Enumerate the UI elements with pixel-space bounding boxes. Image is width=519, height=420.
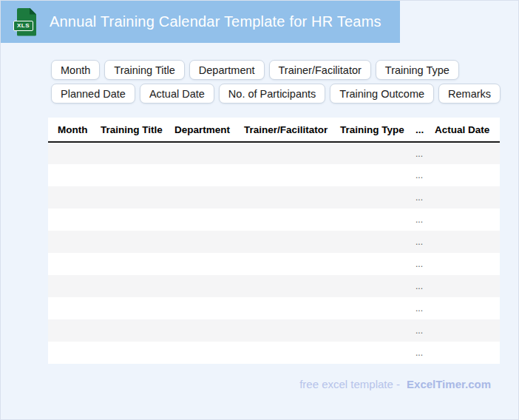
column-header-training-type: Training Type <box>330 118 406 142</box>
column-header-month: Month <box>48 118 91 142</box>
table-cell <box>234 275 330 297</box>
table-cell <box>425 231 500 253</box>
table-cell <box>425 275 500 297</box>
table-cell <box>330 164 406 186</box>
chip-row-1: Month Training Title Department Trainer/… <box>51 60 501 80</box>
table-cell: ... <box>406 209 425 231</box>
table-row: ... <box>48 253 500 275</box>
table-cell <box>234 186 330 209</box>
chip-training-type[interactable]: Training Type <box>376 60 459 80</box>
header-banner: XLS Annual Training Calendar Template fo… <box>1 1 400 43</box>
table-cell <box>234 253 330 275</box>
table-cell <box>48 209 91 231</box>
table-row: ... <box>48 186 500 209</box>
table-row: ... <box>48 142 500 164</box>
column-header-trainer-facilitator: Trainer/Facilitator <box>234 118 330 142</box>
table-cell <box>330 275 406 297</box>
table-cell <box>165 186 234 209</box>
chip-planned-date[interactable]: Planned Date <box>51 84 135 104</box>
table-cell <box>91 231 165 253</box>
preview-table: Month Training Title Department Trainer/… <box>48 118 500 364</box>
table-cell <box>425 342 500 364</box>
chip-training-outcome[interactable]: Training Outcome <box>330 84 434 104</box>
table-row: ... <box>48 275 500 297</box>
table-cell <box>91 142 165 164</box>
table-cell <box>330 319 406 342</box>
table-cell: ... <box>406 297 425 319</box>
table-cell <box>48 164 91 186</box>
table-body: .............................. <box>48 142 500 364</box>
table-cell <box>330 297 406 319</box>
table-row: ... <box>48 231 500 253</box>
table-cell <box>165 253 234 275</box>
xls-file-icon: XLS <box>13 7 37 37</box>
table-cell <box>91 164 165 186</box>
table-row: ... <box>48 209 500 231</box>
table-cell <box>330 186 406 209</box>
table-cell <box>425 319 500 342</box>
table-cell <box>425 164 500 186</box>
chip-training-title[interactable]: Training Title <box>104 60 184 80</box>
table-cell <box>330 253 406 275</box>
table-cell <box>48 342 91 364</box>
table-cell <box>165 231 234 253</box>
table-cell <box>48 231 91 253</box>
page-title: Annual Training Calendar Template for HR… <box>50 13 381 30</box>
table-cell <box>48 319 91 342</box>
chip-department[interactable]: Department <box>189 60 265 80</box>
table-cell <box>48 297 91 319</box>
table-cell <box>165 342 234 364</box>
table-row: ... <box>48 342 500 364</box>
table-cell <box>165 319 234 342</box>
footer: free excel template -ExcelTimer.com <box>1 378 518 390</box>
table-cell <box>91 253 165 275</box>
table-cell <box>91 342 165 364</box>
table-cell: ... <box>406 342 425 364</box>
column-header-department: Department <box>165 118 234 142</box>
chip-trainer-facilitator[interactable]: Trainer/Facilitator <box>269 60 371 80</box>
column-header-actual-date: Actual Date <box>425 118 500 142</box>
column-header-ellipsis: ... <box>406 118 425 142</box>
table-cell <box>425 209 500 231</box>
table-cell <box>48 186 91 209</box>
table-cell <box>165 142 234 164</box>
table-row: ... <box>48 297 500 319</box>
table-cell <box>425 253 500 275</box>
chip-actual-date[interactable]: Actual Date <box>140 84 214 104</box>
table-cell: ... <box>406 231 425 253</box>
xls-badge: XLS <box>13 21 33 31</box>
footer-brand-link[interactable]: ExcelTimer.com <box>407 378 491 390</box>
column-header-training-title: Training Title <box>91 118 165 142</box>
chip-month[interactable]: Month <box>51 60 100 80</box>
file-fold-corner <box>30 8 36 15</box>
table-cell <box>330 209 406 231</box>
table-cell <box>234 319 330 342</box>
table-cell: ... <box>406 275 425 297</box>
table-cell <box>330 231 406 253</box>
chip-remarks[interactable]: Remarks <box>438 84 501 104</box>
table-cell <box>91 186 165 209</box>
table-cell <box>48 253 91 275</box>
table-cell <box>425 142 500 164</box>
table-cell: ... <box>406 164 425 186</box>
chip-no-of-participants[interactable]: No. of Participants <box>219 84 325 104</box>
table-row: ... <box>48 164 500 186</box>
table-cell <box>165 209 234 231</box>
template-preview-page: XLS Annual Training Calendar Template fo… <box>0 0 519 420</box>
table-cell <box>330 142 406 164</box>
table-header-row: Month Training Title Department Trainer/… <box>48 118 500 142</box>
table-cell <box>234 164 330 186</box>
table-cell <box>234 342 330 364</box>
table-cell <box>91 209 165 231</box>
table-cell <box>234 142 330 164</box>
table-cell: ... <box>406 186 425 209</box>
chip-row-2: Planned Date Actual Date No. of Particip… <box>51 84 501 104</box>
table-cell <box>91 319 165 342</box>
table-cell <box>425 297 500 319</box>
table-cell <box>165 164 234 186</box>
table-cell <box>234 209 330 231</box>
table-cell: ... <box>406 319 425 342</box>
field-chips: Month Training Title Department Trainer/… <box>51 60 501 104</box>
table-cell: ... <box>406 253 425 275</box>
table-cell: ... <box>406 142 425 164</box>
